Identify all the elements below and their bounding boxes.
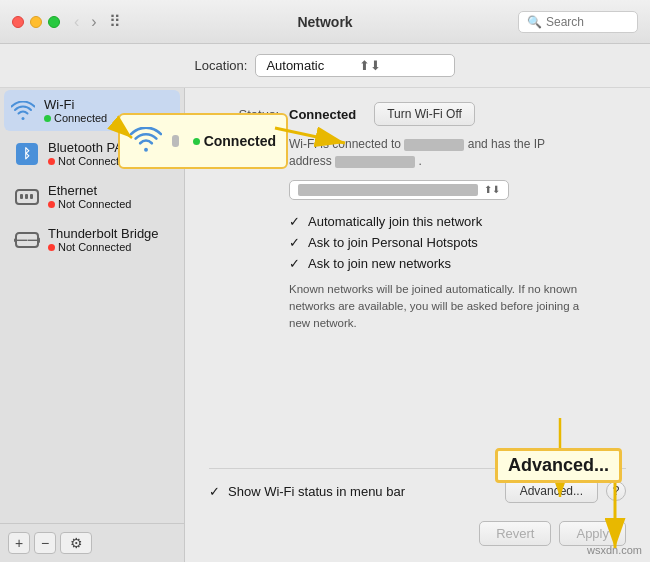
location-label: Location: [195, 58, 248, 73]
wifi-info: Wi-Fi Connected [44, 97, 107, 124]
ethernet-name: Ethernet [48, 183, 131, 198]
forward-button[interactable]: › [87, 11, 100, 33]
new-networks-label: Ask to join new networks [308, 256, 451, 271]
ip-address-redacted [335, 156, 415, 168]
body-area: Wi-Fi Connected ᛒ Bluetooth PAN [0, 88, 650, 562]
check-auto-join-icon: ✓ [289, 214, 300, 229]
advanced-button[interactable]: Advanced... [505, 479, 598, 503]
status-description: Wi-Fi is connected to and has the IP add… [289, 136, 626, 170]
ethernet-icon [14, 184, 40, 210]
known-networks-desc: Known networks will be joined automatica… [289, 281, 599, 333]
back-button[interactable]: ‹ [70, 11, 83, 33]
main-content: Location: Automatic ⬆⬇ [0, 44, 650, 562]
highlight-connected-status: Connected [193, 133, 276, 149]
highlight-network-redacted [172, 135, 179, 147]
bluetooth-icon: ᛒ [14, 141, 40, 167]
hotspot-label: Ask to join Personal Hotspots [308, 235, 478, 250]
check-new-networks-icon: ✓ [289, 256, 300, 271]
sidebar-item-thunderbolt[interactable]: ⟵⟶ Thunderbolt Bridge Not Connected [4, 219, 180, 260]
traffic-lights [12, 16, 60, 28]
location-select[interactable]: Automatic ⬆⬇ [255, 54, 455, 77]
thunderbolt-status: Not Connected [48, 241, 159, 253]
nav-arrows: ‹ › [70, 11, 101, 33]
action-row: Revert Apply [209, 513, 626, 548]
thunderbolt-icon: ⟵⟶ [14, 227, 40, 253]
svg-text:⟵⟶: ⟵⟶ [14, 235, 40, 246]
network-options-button[interactable]: ⚙ [60, 532, 92, 554]
ethernet-status: Not Connected [48, 198, 131, 210]
thunderbolt-name: Thunderbolt Bridge [48, 226, 159, 241]
wifi-status-dot [44, 115, 51, 122]
network-select-row: ⬆⬇ [289, 180, 626, 200]
show-wifi-label: Show Wi-Fi status in menu bar [228, 484, 405, 499]
show-wifi-check-icon: ✓ [209, 484, 220, 499]
bluetooth-symbol: ᛒ [16, 143, 38, 165]
thunderbolt-info: Thunderbolt Bridge Not Connected [48, 226, 159, 253]
dropdown-arrow-icon: ⬆⬇ [484, 184, 500, 195]
window-title: Network [297, 14, 352, 30]
search-box[interactable]: 🔍 [518, 11, 638, 33]
connected-highlight-box: Connected [118, 113, 288, 169]
checkbox-personal-hotspots: ✓ Ask to join Personal Hotspots [289, 235, 626, 250]
show-wifi-row: ✓ Show Wi-Fi status in menu bar [209, 484, 497, 499]
svg-rect-3 [30, 194, 33, 199]
remove-network-button[interactable]: − [34, 532, 56, 554]
minimize-button[interactable] [30, 16, 42, 28]
network-name-redacted [404, 139, 464, 151]
wifi-name: Wi-Fi [44, 97, 107, 112]
network-dropdown[interactable]: ⬆⬇ [289, 180, 509, 200]
watermark: wsxdn.com [587, 544, 642, 556]
check-hotspot-icon: ✓ [289, 235, 300, 250]
add-network-button[interactable]: + [8, 532, 30, 554]
search-icon: 🔍 [527, 15, 542, 29]
titlebar: ‹ › ⠿ Network 🔍 [0, 0, 650, 44]
svg-rect-2 [25, 194, 28, 199]
auto-join-label: Automatically join this network [308, 214, 482, 229]
help-button[interactable]: ? [606, 481, 626, 501]
apply-button[interactable]: Apply [559, 521, 626, 546]
highlight-status-dot [193, 138, 200, 145]
maximize-button[interactable] [48, 16, 60, 28]
highlight-connected-label: Connected [204, 133, 276, 149]
bottom-row: ✓ Show Wi-Fi status in menu bar Advanced… [209, 468, 626, 503]
status-value: Connected [289, 107, 356, 122]
ethernet-info: Ethernet Not Connected [48, 183, 131, 210]
svg-rect-1 [20, 194, 23, 199]
wifi-status: Connected [44, 112, 107, 124]
revert-button[interactable]: Revert [479, 521, 551, 546]
checkbox-auto-join: ✓ Automatically join this network [289, 214, 626, 229]
close-button[interactable] [12, 16, 24, 28]
network-name-dropdown-redacted [298, 184, 478, 196]
checkbox-new-networks: ✓ Ask to join new networks [289, 256, 626, 271]
sidebar-bottom: + − ⚙ [0, 523, 184, 562]
location-arrow-icon: ⬆⬇ [359, 58, 444, 73]
search-input[interactable] [546, 15, 626, 29]
tb-status-dot [48, 244, 55, 251]
grid-icon: ⠿ [109, 12, 121, 31]
turn-wifi-button[interactable]: Turn Wi-Fi Off [374, 102, 475, 126]
wifi-icon [10, 98, 36, 124]
location-value: Automatic [266, 58, 351, 73]
bt-status-dot [48, 158, 55, 165]
sidebar-item-ethernet[interactable]: Ethernet Not Connected [4, 176, 180, 217]
location-bar: Location: Automatic ⬆⬇ [0, 44, 650, 88]
checkboxes-section: ✓ Automatically join this network ✓ Ask … [209, 214, 626, 271]
highlight-wifi-icon [130, 127, 162, 156]
eth-status-dot [48, 201, 55, 208]
